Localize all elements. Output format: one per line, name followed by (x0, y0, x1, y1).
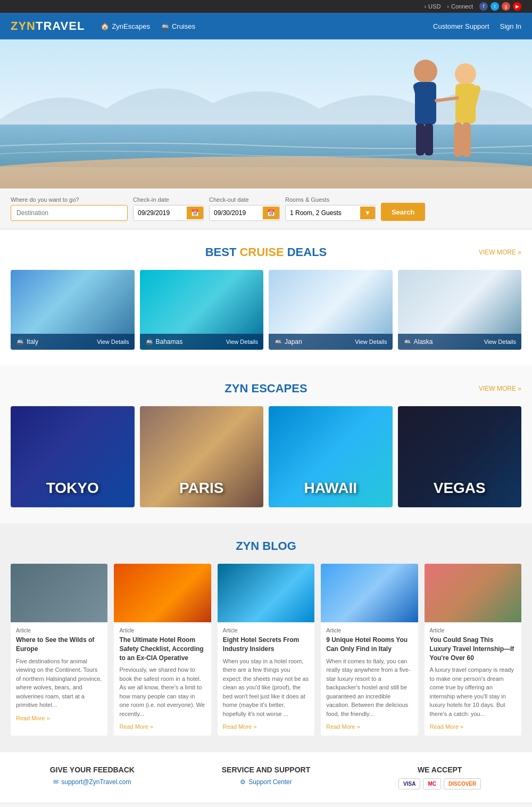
cruises-header: BEST CRUISE DEALS VIEW MORE » (11, 245, 521, 259)
googleplus-icon[interactable]: g (502, 2, 510, 11)
youtube-icon[interactable]: ▶ (513, 2, 521, 11)
accept-title: WE ACCEPT (358, 765, 521, 774)
currency-item[interactable]: › USD (424, 3, 440, 10)
cruises-view-more[interactable]: VIEW MORE » (479, 249, 521, 256)
feedback-email: support@ZynTravel.com (61, 778, 131, 786)
escapes-title-plain: ZYN (225, 382, 251, 395)
nav-escapes[interactable]: 🏠 ZynEscapes (101, 22, 150, 30)
escape-card-hawaii[interactable]: HAWAII (269, 406, 393, 507)
footer-bottom: Privacy Policy | Disclaimer | Terms © 20… (0, 803, 532, 807)
escapes-header: ZYN ESCAPES VIEW MORE » (11, 382, 521, 396)
customer-support-link[interactable]: Customer Support (433, 22, 489, 30)
sign-in-link[interactable]: Sign In (500, 22, 521, 30)
cruise-details-link-italy[interactable]: View Details (97, 339, 129, 345)
read-more-0[interactable]: Read More » (16, 715, 50, 721)
email-icon: ✉ (53, 778, 59, 786)
social-icons: f t g ▶ (479, 2, 521, 11)
hero-couple (383, 50, 500, 188)
blog-title-plain: ZYN (236, 539, 262, 553)
cruise-card-italy[interactable]: 🚢 Italy View Details (11, 270, 135, 350)
footer-support: SERVICE AND SUPPORT ⚙ Support Center (185, 765, 348, 789)
hero-banner (0, 39, 532, 188)
checkout-input-wrap: 📅 (209, 205, 280, 221)
rooms-dropdown-icon[interactable]: ▼ (360, 207, 375, 219)
escape-grid: TOKYO PARIS HAWAII VEGAS (11, 406, 521, 507)
visa-icon: VISA (398, 778, 420, 789)
read-more-2[interactable]: Read More » (223, 723, 257, 730)
checkout-label: Check-out date (209, 196, 280, 203)
rooms-input[interactable] (286, 205, 360, 220)
blog-content-3: Article 9 Unique Hotel Rooms You Can Onl… (321, 622, 418, 736)
checkout-field: Check-out date 📅 (209, 196, 280, 221)
checkin-input[interactable] (134, 205, 187, 220)
cruises-title-end: DEALS (284, 245, 327, 259)
escape-card-vegas[interactable]: VEGAS (398, 406, 522, 507)
cruise-card-alaska[interactable]: 🚢 Alaska View Details (398, 270, 522, 350)
checkin-field: Check-in date 📅 (133, 196, 204, 221)
blog-grid: Article Where to See the Wilds of Europe… (11, 564, 521, 736)
blog-section: ZYN BLOG Article Where to See the Wilds … (0, 523, 532, 752)
rooms-input-wrap: ▼ (285, 205, 376, 221)
escape-card-tokyo[interactable]: TOKYO (11, 406, 135, 507)
escapes-view-more[interactable]: VIEW MORE » (479, 385, 521, 392)
logo[interactable]: ZYNTRAVEL (11, 19, 85, 33)
top-bar: › USD › Connect f t g ▶ (0, 0, 532, 13)
checkout-calendar-icon[interactable]: 📅 (263, 207, 279, 219)
nav-cruises[interactable]: 🚢 Cruises (161, 22, 195, 30)
cruise-icon: 🚢 (161, 22, 169, 30)
cruise-grid: 🚢 Italy View Details 🚢 Bahamas View Deta… (11, 270, 521, 350)
mastercard-icon: MC (423, 778, 441, 789)
home-icon: 🏠 (101, 22, 109, 30)
blog-category-3: Article (326, 628, 412, 633)
cruise-dest-japan: 🚢 Japan (274, 338, 302, 345)
navbar: ZYNTRAVEL 🏠 ZynEscapes 🚢 Cruises Custome… (0, 13, 532, 39)
search-form: Where do you want to go? Check-in date 📅… (11, 196, 521, 221)
blog-card-2: Article Eight Hotel Secrets From Industr… (218, 564, 314, 736)
support-link-text: Support Center (248, 778, 292, 786)
cruise-dest-alaska: 🚢 Alaska (403, 338, 433, 345)
checkout-input[interactable] (210, 205, 263, 220)
destination-field: Where do you want to go? (11, 196, 128, 221)
blog-card-1: Article The Ultimate Hotel Room Safety C… (114, 564, 211, 736)
blog-headline-3: 9 Unique Hotel Rooms You Can Only Find i… (326, 636, 412, 654)
nav-right: Customer Support Sign In (433, 22, 521, 30)
support-icon: ⚙ (240, 778, 246, 786)
feedback-email-link[interactable]: ✉ support@ZynTravel.com (11, 778, 174, 786)
twitter-icon[interactable]: t (491, 2, 499, 11)
read-more-3[interactable]: Read More » (326, 723, 360, 730)
cruise-details-link-japan[interactable]: View Details (355, 339, 387, 345)
blog-category-4: Article (430, 628, 516, 633)
blog-content-4: Article You Could Snag This Luxury Trave… (425, 622, 521, 736)
cruise-details-link-alaska[interactable]: View Details (484, 339, 516, 345)
blog-content-0: Article Where to See the Wilds of Europe… (11, 622, 107, 727)
ship-icon: 🚢 (403, 338, 411, 345)
blog-text-1: Previously, we shared how to book the sa… (119, 665, 205, 718)
escape-card-paris[interactable]: PARIS (140, 406, 264, 507)
cruise-card-japan[interactable]: 🚢 Japan View Details (269, 270, 393, 350)
blog-image-4 (425, 564, 521, 622)
read-more-1[interactable]: Read More » (119, 723, 153, 730)
logo-travel: TRAVEL (36, 19, 85, 32)
svg-point-3 (414, 60, 437, 83)
destination-input[interactable] (11, 205, 128, 221)
escapes-title-bold: ESCAPES (251, 382, 307, 395)
checkin-calendar-icon[interactable]: 📅 (187, 207, 203, 219)
blog-category-0: Article (16, 628, 102, 633)
read-more-4[interactable]: Read More » (430, 723, 464, 730)
support-center-link[interactable]: ⚙ Support Center (185, 778, 348, 786)
escape-label-paris: PARIS (140, 480, 264, 497)
search-button[interactable]: Search (381, 203, 425, 221)
escapes-title: ZYN ESCAPES (225, 382, 307, 396)
currency-label: USD (428, 3, 440, 10)
facebook-icon[interactable]: f (479, 2, 488, 11)
cruise-footer-japan: 🚢 Japan View Details (269, 334, 393, 350)
support-title: SERVICE AND SUPPORT (185, 765, 348, 774)
footer-mid: GIVE YOUR FEEDBACK ✉ support@ZynTravel.c… (0, 752, 532, 803)
cruise-footer-alaska: 🚢 Alaska View Details (398, 334, 522, 350)
cruise-card-bahamas[interactable]: 🚢 Bahamas View Details (140, 270, 264, 350)
chevron-icon: › (447, 3, 449, 10)
cruise-details-link-bahamas[interactable]: View Details (226, 339, 258, 345)
cruise-dest-italy: 🚢 Italy (16, 338, 38, 345)
blog-content-1: Article The Ultimate Hotel Room Safety C… (114, 622, 211, 736)
blog-headline-4: You Could Snag This Luxury Travel Intern… (430, 636, 516, 662)
